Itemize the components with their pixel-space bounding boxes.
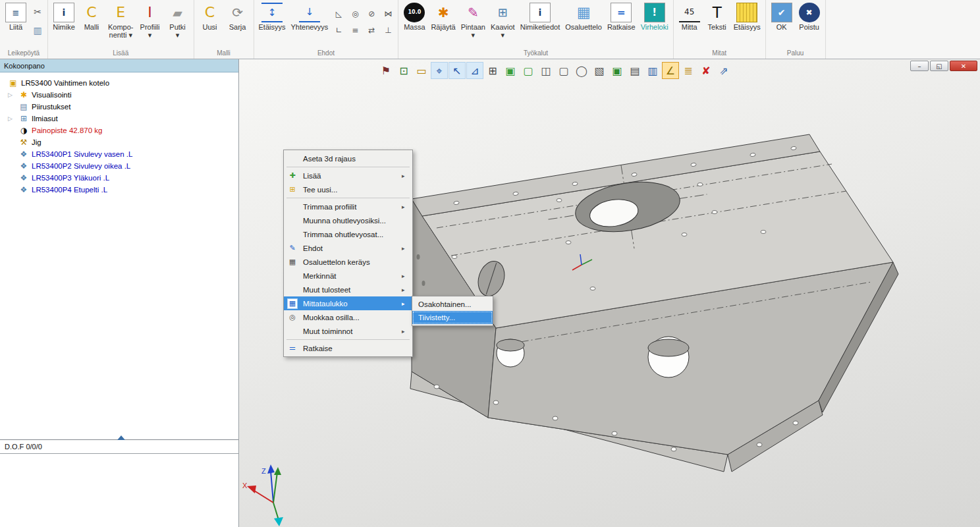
tree-item-visualisointi[interactable]: ▷✱Visualisointi [0,89,238,101]
menu-item-trimmaa-profiilit[interactable]: Trimmaa profiilit▸ [284,200,412,213]
menu-item-trimmaa-ohutlevyosat[interactable]: Trimmaa ohutlevyosat... [284,227,412,241]
tree-item-p1[interactable]: ❖LR53400P1 Sivulevy vasen .L [0,148,238,160]
malli-icon: C [81,3,102,22]
poistu-button[interactable]: ✖Poistu [796,1,823,43]
close-button[interactable]: ✕ [950,61,977,71]
select-face-icon[interactable]: ⊿ [466,62,483,79]
normal-condition-icon[interactable]: ⊥ [381,23,395,38]
muokkaa-osilla-icon-slot: ◎ [284,312,301,323]
copy-sheet-icon[interactable]: ▥ [644,62,661,79]
tree-item-p4[interactable]: ❖LR53400P4 Etupelti .L [0,184,238,196]
bend-angle-icon[interactable]: ∠ [662,62,679,79]
paste-button[interactable]: ≡Liitä [3,1,29,43]
malli-button[interactable]: CMalli [78,1,105,43]
yhtenevyys-button[interactable]: ↓Yhtenevyys [289,1,331,43]
menu-item-mittataulukko[interactable]: ▦Mittataulukko▸ [284,296,412,310]
tree-item-jig[interactable]: ⚒Jig [0,136,238,148]
cube-icon[interactable]: ▧ [591,62,608,79]
concentric-condition-icon[interactable]: ◎ [348,7,362,21]
new-part-icon[interactable]: ▣ [502,62,519,79]
swap-condition-icon[interactable]: ⇄ [364,23,379,38]
profiili-button[interactable]: IProfiili ▾ [137,1,163,43]
submenu-arrow-icon: ▸ [402,300,412,307]
pick-part-icon[interactable]: ⊞ [484,62,501,79]
swap-condition-icon-glyph: ⇄ [368,26,375,34]
tree-item-painopiste[interactable]: ◑Painopiste 42.870 kg [0,125,238,136]
ok-icon: ✔ [771,3,792,22]
uusi-button[interactable]: CUusi [197,1,223,43]
pin-icon[interactable]: ⚑ [377,62,395,79]
nimike-button[interactable]: iNimike [51,1,77,43]
tree-item-p2[interactable]: ❖LR53400P2 Sivulevy oikea .L [0,160,238,172]
ruler-icon[interactable]: ▭ [413,62,430,79]
submenu-item-osakohtainen[interactable]: Osakohtainen... [412,298,493,311]
perpendicular-condition-icon[interactable]: ∟ [331,23,346,38]
cut-button[interactable]: ✂ [30,5,45,19]
ratkaise-button[interactable]: =Ratkaise [605,1,638,43]
select-point-icon[interactable]: ⌖ [431,62,448,79]
box-top-icon[interactable]: ◫ [537,62,555,79]
tree-item-root[interactable]: ▣LR53400 Vaihtimen kotelo [0,77,238,89]
angle-condition-icon[interactable]: ◺ [331,7,346,21]
tree-item-p3[interactable]: ❖LR53400P3 Yläkuori .L [0,172,238,184]
menu-item-tee-uusi[interactable]: ⊞Tee uusi... [284,182,412,196]
box-front-icon[interactable]: ▢ [555,62,572,79]
copy-button[interactable]: ▥ [30,23,45,38]
virheloki-label: Virheloki [641,23,668,31]
sheet-list-icon[interactable]: ▤ [626,62,643,79]
print-sheets-icon[interactable]: ≣ [680,62,697,79]
tree-item-ilmiasut[interactable]: ▷⊞Ilmiasut [0,113,238,125]
ratkaise-icon-slot: = [284,343,301,354]
ok-button[interactable]: ✔OK [769,1,795,43]
delete-icon[interactable]: ✘ [697,62,715,79]
nimiketiedot-button[interactable]: iNimiketiedot [518,1,562,43]
menu-item-merkinn-t[interactable]: Merkinnät▸ [284,269,412,283]
scroll-marker-icon[interactable] [117,435,125,440]
menu-item-label: Tee uusi... [301,186,402,194]
fit-box-icon[interactable]: ⊡ [395,62,412,79]
viewport-3d[interactable]: ⚑⊡▭⌖↖⊿⊞▣▢◫▢◯▧▣▤▥∠≣✘⇗ –◱✕ Z X Aseta 3d ra… [239,59,980,527]
menu-item-lis[interactable]: ✚Lisää▸ [284,169,412,182]
menu-item-muut-tulosteet[interactable]: Muut tulosteet▸ [284,283,412,296]
menu-item-muunna-ohutlevyosiksi[interactable]: Muunna ohutlevyosiksi... [284,213,412,227]
menu-item-osaluettelon-ker-ys[interactable]: ▦Osaluettelon keräys [284,255,412,269]
menu-item-aseta-3d-rajaus[interactable]: Aseta 3d rajaus [284,152,412,165]
massa-button[interactable]: 10.0Massa [401,1,427,43]
menu-item-ratkaise[interactable]: =Ratkaise [284,341,412,355]
parallel-condition-icon[interactable]: ≡ [348,23,362,38]
menu-item-ehdot[interactable]: ✎Ehdot▸ [284,241,412,255]
etaisyys-ehto-button[interactable]: ↕Etäisyys [257,1,288,43]
menu-item-muokkaa-osilla[interactable]: ◎Muokkaa osilla... [284,310,412,324]
submenu-item-tiivistetty[interactable]: Tiivistetty... [412,311,493,324]
cylinder-icon[interactable]: ◯ [573,62,590,79]
ratkaise-icon: = [611,3,632,22]
kaaviot-button[interactable]: ⊞Kaaviot ▾ [489,1,517,43]
app-window: ≡Liitä✂▥LeikepöytäiNimikeCMalliEKompo- n… [0,0,980,527]
menu-item-label: Aseta 3d rajaus [301,155,402,163]
komponentti-button[interactable]: EKompo- nentti ▾ [106,1,136,43]
restore-button[interactable]: ◱ [930,61,948,71]
tree-item-ilmiasut-label: Ilmiasut [32,115,58,123]
virheloki-button[interactable]: !Virheloki [639,1,670,43]
pintaan-button[interactable]: ✎Pintaan ▾ [459,1,487,43]
green-cube-icon[interactable]: ▣ [609,62,626,79]
menu-item-muut-toiminnot[interactable]: Muut toiminnot▸ [284,324,412,338]
putki-button[interactable]: ▰Putki ▾ [165,1,191,43]
tangent-condition-icon[interactable]: ⊘ [364,7,379,21]
tree-item-piirustukset[interactable]: ▤Piirustukset [0,101,238,113]
rajayta-button[interactable]: ✱Räjäytä [429,1,457,43]
tree-item-root-label: LR53400 Vaihtimen kotelo [21,79,109,87]
box-outline-icon[interactable]: ▢ [520,62,537,79]
etaisyys-mitta-button[interactable]: Etäisyys [732,1,763,43]
sarja-button[interactable]: ⟳Sarja [225,1,251,43]
ehdot-icon: ✎ [287,243,298,254]
select-edge-icon[interactable]: ↖ [449,62,466,79]
minimize-button[interactable]: – [910,61,929,71]
expand-arrow-icon[interactable]: ▷ [8,92,18,98]
osaluettelo-button[interactable]: ▦Osaluettelo [563,1,604,43]
export-icon[interactable]: ⇗ [715,62,732,79]
mitta-button[interactable]: 45Mitta [676,1,703,43]
midpoint-condition-icon[interactable]: ⋈ [381,7,395,21]
expand-arrow-icon[interactable]: ▷ [8,115,18,122]
teksti-button[interactable]: TTeksti [704,1,730,43]
